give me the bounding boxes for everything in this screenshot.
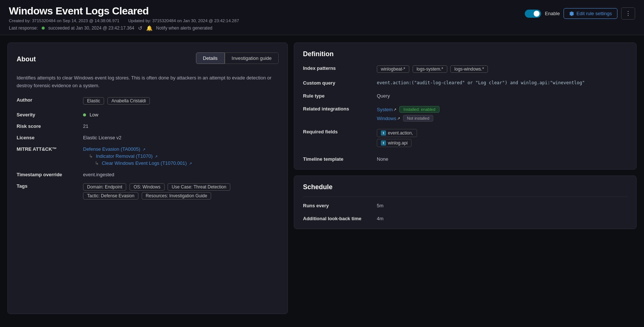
notify-label: Notify when alerts generated (156, 25, 213, 31)
timestamp-value: event.ingested (83, 172, 279, 177)
enable-toggle[interactable] (525, 10, 541, 18)
about-title: About (17, 55, 36, 63)
field-winlog-api: t winlog.api (377, 139, 411, 147)
edit-rule-settings-button[interactable]: Edit rule settings (564, 8, 617, 19)
timeline-template-label: Timeline template (303, 156, 377, 162)
tag-usecase-threat: Use Case: Threat Detection (168, 183, 230, 191)
lookback-value: 4m (377, 216, 627, 221)
field-type-icon-1: t (381, 130, 386, 136)
integration-system: System ↗ Installed: enabled (377, 106, 627, 113)
timeline-template-value: None (377, 156, 627, 162)
index-patterns-value: winlogbeat-* logs-system.* logs-windows.… (377, 65, 627, 73)
tags-label: Tags (17, 183, 83, 189)
author-elastic: Elastic (83, 97, 104, 105)
last-response-label: Last response: (9, 25, 38, 31)
gear-icon (569, 11, 574, 16)
risk-score-value: 21 (83, 123, 279, 129)
license-label: License (17, 135, 83, 140)
enable-label: Enable (545, 11, 559, 16)
rule-type-label: Rule type (303, 93, 377, 99)
tab-investigation-guide[interactable]: Investigation guide (225, 52, 279, 64)
index-badge-winlogbeat: winlogbeat-* (377, 65, 409, 73)
custom-query-value: event.action:("audit-log-cleared" or "Lo… (377, 80, 627, 85)
tag-domain-endpoint: Domain: Endpoint (83, 183, 126, 191)
about-fields: Author Elastic Anabella Cristaldi Severi… (17, 97, 279, 201)
required-fields-value: t event.action, t winlog.api (377, 129, 627, 149)
runs-every-label: Runs every (303, 203, 377, 208)
tag-os-windows: OS: Windows (130, 183, 165, 191)
status-dot (42, 27, 45, 30)
severity-value: Low (83, 112, 279, 117)
more-options-button[interactable]: ⋮ (621, 7, 635, 20)
tag-resources-guide: Resources: Investigation Guide (142, 192, 211, 200)
edit-label: Edit rule settings (576, 11, 612, 16)
severity-label: Severity (17, 112, 83, 117)
timestamp-label: Timestamp override (17, 172, 83, 177)
index-patterns-label: Index patterns (303, 65, 377, 71)
tag-tactic-defense: Tactic: Defense Evasion (83, 192, 138, 200)
refresh-icon[interactable]: ↺ (138, 25, 142, 31)
definition-title: Definition (303, 50, 627, 58)
mitre-value: Defense Evasion (TA0005) ↗ ↳ Indicator R… (83, 146, 279, 166)
external-link-icon-2: ↗ (155, 154, 158, 159)
external-link-system: ↗ (393, 108, 396, 112)
arrow-icon-1: ↳ (89, 153, 93, 159)
external-link-icon-3: ↗ (189, 161, 192, 166)
index-badge-logs-system: logs-system.* (413, 65, 447, 73)
license-value: Elastic License v2 (83, 135, 279, 140)
about-panel: About Details Investigation guide Identi… (7, 42, 288, 314)
updated-meta: Updated by: 3715320484 on Jan 30, 2024 @… (128, 18, 239, 23)
schedule-panel: Schedule Runs every 5m Additional look-b… (294, 176, 637, 229)
tab-details[interactable]: Details (196, 52, 225, 64)
mitre-label: MITRE ATT&CK™ (17, 146, 83, 152)
field-event-action: t event.action, (377, 129, 417, 137)
mitre-technique-link[interactable]: Indicator Removal (T1070) ↗ (96, 153, 158, 159)
created-meta: Created by: 3715320484 on Sep 14, 2023 @… (9, 18, 119, 23)
risk-score-label: Risk score (17, 123, 83, 129)
index-badge-logs-windows: logs-windows.* (450, 65, 488, 73)
last-response-status: succeeded at Jan 30, 2024 @ 23:42:17.364 (48, 25, 134, 31)
integration-system-link[interactable]: System (377, 107, 393, 112)
bell-icon[interactable]: 🔔 (146, 25, 152, 31)
schedule-title: Schedule (303, 183, 627, 191)
about-tab-bar: Details Investigation guide (196, 52, 279, 64)
related-integrations-label: Related integrations (303, 106, 377, 112)
rule-type-value: Query (377, 93, 627, 99)
lookback-label: Additional look-back time (303, 216, 377, 221)
custom-query-label: Custom query (303, 80, 377, 86)
definition-panel: Definition Index patterns winlogbeat-* l… (294, 42, 637, 170)
integration-windows: Windows ↗ Not installed (377, 115, 627, 122)
external-link-icon: ↗ (142, 147, 145, 151)
author-value: Elastic Anabella Cristaldi (83, 97, 279, 106)
required-fields-label: Required fields (303, 129, 377, 134)
runs-every-value: 5m (377, 203, 627, 208)
tags-container: Domain: Endpoint OS: Windows Use Case: T… (83, 183, 279, 201)
arrow-icon-2: ↳ (95, 160, 99, 166)
related-integrations-value: System ↗ Installed: enabled Windows ↗ No… (377, 106, 627, 122)
system-status-badge: Installed: enabled (399, 106, 439, 113)
mitre-subtechnique-link[interactable]: Clear Windows Event Logs (T1070.001) ↗ (102, 160, 192, 166)
field-type-icon-2: t (381, 140, 386, 146)
external-link-windows: ↗ (397, 116, 400, 120)
about-description: Identifies attempts to clear Windows eve… (17, 74, 279, 90)
author-anabella: Anabella Cristaldi (107, 97, 150, 105)
windows-status-badge: Not installed (403, 115, 434, 122)
author-label: Author (17, 97, 83, 103)
mitre-tactic-link[interactable]: Defense Evasion (TA0005) ↗ (83, 146, 145, 152)
severity-indicator (83, 113, 86, 116)
integration-windows-link[interactable]: Windows (377, 116, 396, 121)
